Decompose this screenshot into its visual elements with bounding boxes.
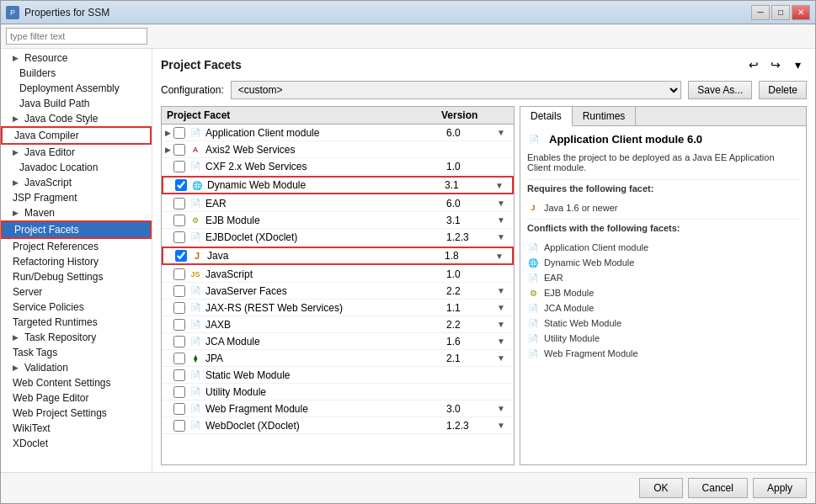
sidebar-item-xdoclet[interactable]: XDoclet [1,436,152,451]
sidebar-item-web-project-settings[interactable]: Web Project Settings [1,406,152,421]
minimize-button[interactable]: ─ [751,5,770,20]
tab-details[interactable]: Details [520,107,573,126]
facet-row-jpa[interactable]: ⧫ JPA 2.1 ▼ [162,350,514,367]
facet-row-utility[interactable]: 📄 Utility Module [162,384,514,401]
facet-checkbox-cxf[interactable] [173,161,185,172]
sidebar-item-task-repository[interactable]: ▶ Task Repository [1,330,152,345]
ok-button[interactable]: OK [639,478,682,498]
sidebar-item-validation[interactable]: ▶ Validation [1,360,152,375]
facet-checkbox-web-fragment[interactable] [173,403,185,415]
dropdown-icon[interactable]: ▼ [497,286,510,295]
facet-checkbox-dynamic-web[interactable] [175,179,187,191]
facet-row-jaxb[interactable]: 📄 JAXB 2.2 ▼ [162,316,514,333]
dropdown-icon[interactable]: ▼ [497,421,510,430]
sidebar-item-javadoc-location[interactable]: Javadoc Location [1,160,152,175]
facet-checkbox-jca[interactable] [173,336,185,347]
close-button[interactable]: ✕ [792,5,810,20]
delete-button[interactable]: Delete [759,81,807,99]
facet-row-axis2[interactable]: ▶ A Axis2 Web Services [162,141,514,158]
facet-checkbox-java[interactable] [175,250,187,262]
facet-name: JPA [205,353,446,364]
facet-checkbox-static-web[interactable] [173,369,185,381]
forward-button[interactable]: ↪ [766,56,785,74]
configuration-select[interactable]: <custom> [231,81,682,99]
sidebar-item-task-tags[interactable]: Task Tags [1,345,152,360]
sidebar-item-builders[interactable]: Builders [1,66,152,81]
facet-checkbox-axis2[interactable] [173,144,185,156]
facet-row-dynamic-web[interactable]: 🌐 Dynamic Web Module 3.1 ▼ [162,176,514,194]
sidebar-item-run-debug-settings[interactable]: Run/Debug Settings [1,269,152,284]
facet-row-webdoclet[interactable]: 📄 WebDoclet (XDoclet) 1.2.3 ▼ [162,417,514,434]
dropdown-icon[interactable]: ▼ [497,303,510,312]
dropdown-icon[interactable]: ▼ [497,404,510,413]
sidebar-item-java-code-style[interactable]: ▶ Java Code Style [1,111,152,126]
details-panel: Details Runtimes 📄 Application Client mo… [520,106,807,465]
doc-icon: 📄 [527,302,539,314]
filter-input[interactable] [6,28,147,45]
facet-row-jax-rs[interactable]: 📄 JAX-RS (REST Web Services) 1.1 ▼ [162,300,514,316]
sidebar-item-java-build-path[interactable]: Java Build Path [1,96,152,111]
facet-checkbox-jax-rs[interactable] [173,302,185,314]
facet-checkbox-ejb[interactable] [173,215,185,226]
content-area: Project Facets ↩ ↪ ▾ Configuration: <cus… [152,49,815,472]
facet-row-ear[interactable]: 📄 EAR 6.0 ▼ [162,195,514,212]
facet-row-ejbdoclet[interactable]: 📄 EJBDoclet (XDoclet) 1.2.3 ▼ [162,229,514,246]
facet-name: Application Client module [205,127,446,139]
facet-row-java[interactable]: J Java 1.8 ▼ [162,247,514,265]
sidebar-item-label: Service Policies [13,301,84,313]
facet-row-app-client[interactable]: ▶ 📄 Application Client module 6.0 ▼ [162,125,514,141]
sidebar-item-refactoring-history[interactable]: Refactoring History [1,254,152,269]
sidebar-item-jsp-fragment[interactable]: JSP Fragment [1,190,152,205]
facet-row-javascript[interactable]: JS JavaScript 1.0 [162,266,514,283]
sidebar-item-project-facets[interactable]: Project Facets [1,220,152,239]
sidebar-item-label: Maven [24,207,55,219]
dropdown-icon[interactable]: ▼ [497,320,510,329]
facet-checkbox-webdoclet[interactable] [173,420,185,432]
sidebar-item-java-compiler[interactable]: Java Compiler [1,126,152,145]
facet-row-ejb[interactable]: ⚙ EJB Module 3.1 ▼ [162,212,514,229]
sidebar-item-resource[interactable]: ▶ Resource [1,50,152,66]
sidebar-item-java-editor[interactable]: ▶ Java Editor [1,145,152,160]
dropdown-icon[interactable]: ▼ [497,128,510,137]
more-button[interactable]: ▾ [788,56,807,74]
sidebar-item-project-references[interactable]: Project References [1,239,152,254]
facet-checkbox-javascript[interactable] [173,268,185,280]
facet-name: Static Web Module [205,369,446,381]
dropdown-icon[interactable]: ▼ [497,337,510,346]
back-button[interactable]: ↩ [744,56,763,74]
dropdown-icon[interactable]: ▼ [495,181,509,190]
facet-row-cxf[interactable]: 📄 CXF 2.x Web Services 1.0 [162,158,514,175]
facet-checkbox-jsf[interactable] [173,285,185,297]
sidebar-item-web-content-settings[interactable]: Web Content Settings [1,375,152,390]
sidebar-item-javascript[interactable]: ▶ JavaScript [1,175,152,190]
dropdown-icon[interactable]: ▼ [497,215,510,225]
facet-checkbox-utility[interactable] [173,386,185,398]
dropdown-icon[interactable]: ▼ [497,232,510,241]
facet-checkbox-jaxb[interactable] [173,319,185,331]
sidebar-item-service-policies[interactable]: Service Policies [1,300,152,315]
sidebar-item-web-page-editor[interactable]: Web Page Editor [1,390,152,406]
sidebar-item-maven[interactable]: ▶ Maven [1,205,152,220]
facet-checkbox-app-client[interactable] [173,127,185,139]
facet-checkbox-ejbdoclet[interactable] [173,231,185,243]
facet-name: CXF 2.x Web Services [205,161,446,172]
tab-runtimes[interactable]: Runtimes [573,107,637,125]
dropdown-icon[interactable]: ▼ [495,252,509,261]
maximize-button[interactable]: □ [771,5,790,20]
facet-row-jca[interactable]: 📄 JCA Module 1.6 ▼ [162,333,514,350]
sidebar-item-wikitext[interactable]: WikiText [1,421,152,436]
facet-checkbox-jpa[interactable] [173,353,185,364]
sidebar-item-targeted-runtimes[interactable]: Targeted Runtimes [1,315,152,330]
sidebar-item-deployment-assembly[interactable]: Deployment Assembly [1,81,152,96]
apply-button[interactable]: Apply [753,478,807,498]
cancel-button[interactable]: Cancel [688,478,748,498]
ejb-icon: ⚙ [527,287,539,299]
facet-row-web-fragment[interactable]: 📄 Web Fragment Module 3.0 ▼ [162,401,514,417]
facet-row-jsf[interactable]: 📄 JavaServer Faces 2.2 ▼ [162,283,514,300]
facet-checkbox-ear[interactable] [173,198,185,210]
dropdown-icon[interactable]: ▼ [497,353,510,363]
save-as-button[interactable]: Save As... [688,81,752,99]
sidebar-item-server[interactable]: Server [1,284,152,300]
facet-row-static-web[interactable]: 📄 Static Web Module [162,367,514,384]
dropdown-icon[interactable]: ▼ [497,199,510,208]
